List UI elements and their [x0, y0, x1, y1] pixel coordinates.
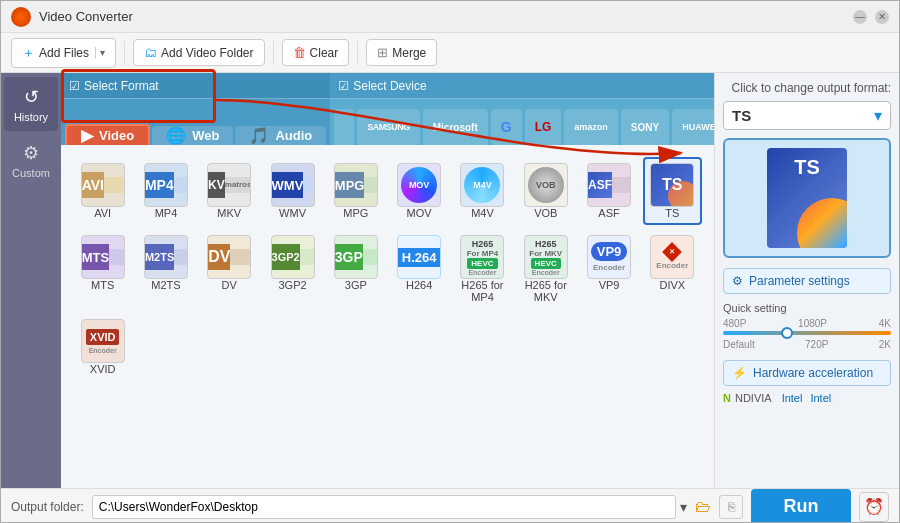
format-header-text: Select Format [84, 79, 159, 93]
format-item-h265mkv[interactable]: H265 For MKV HEVC Encoder H265 for MKV [516, 229, 575, 309]
format-item-m4v[interactable]: M4V M4V [453, 157, 512, 225]
merge-label: Merge [392, 46, 426, 60]
app-title: Video Converter [39, 9, 853, 24]
format-item-divx[interactable]: ✕ Encoder DIVX [643, 229, 702, 309]
add-folder-button[interactable]: 🗂 Add Video Folder [133, 39, 265, 66]
trash-icon: 🗑 [293, 45, 306, 60]
parameter-settings-button[interactable]: ⚙ Parameter settings [723, 268, 891, 294]
tab-video[interactable]: ▶ Video [65, 124, 150, 145]
format-item-vp9[interactable]: VP9 Encoder VP9 [579, 229, 638, 309]
nvidia-badge: N NDIVIA Intel Intel [723, 392, 891, 404]
asf-icon: ASF [587, 163, 631, 207]
folder-icon: 🗂 [144, 45, 157, 60]
audio-tab-label: Audio [275, 128, 312, 143]
ts-preview-card: TS [767, 148, 847, 248]
nvidia-label: NDIVIA [735, 392, 772, 404]
mts-icon: MTS [81, 235, 125, 279]
add-files-button[interactable]: ＋ Add Files ▾ [11, 38, 116, 68]
avi-icon: AVI [81, 163, 125, 207]
clear-label: Clear [310, 46, 339, 60]
h265mkv-icon: H265 For MKV HEVC Encoder [524, 235, 568, 279]
add-folder-label: Add Video Folder [161, 46, 254, 60]
check-icon: ☑ [69, 79, 80, 93]
h264-icon: H.264 [397, 235, 441, 279]
divx-label: DIVX [659, 279, 685, 291]
video-play-icon: ▶ [81, 126, 93, 145]
tab-web[interactable]: 🌐 Web [152, 126, 233, 145]
device-tab-amazon[interactable]: amazon [564, 109, 618, 145]
sidebar-item-custom[interactable]: ⚙ Custom [4, 133, 58, 187]
custom-label: Custom [12, 167, 50, 179]
divx-icon: ✕ Encoder [650, 235, 694, 279]
format-item-mts[interactable]: MTS MTS [73, 229, 132, 309]
google-brand-icon: G [501, 119, 512, 135]
format-item-asf[interactable]: ASF ASF [579, 157, 638, 225]
device-tab-buttons: SAMSUNG Microsoft G LG amazon SONY HUAWE… [330, 99, 714, 145]
format-item-m2ts[interactable]: M2TS M2TS [136, 229, 195, 309]
format-item-dv[interactable]: DV DV [200, 229, 259, 309]
mts-label: MTS [91, 279, 114, 291]
toolbar-divider-2 [273, 41, 274, 65]
clear-button[interactable]: 🗑 Clear [282, 39, 350, 66]
device-tab-lg[interactable]: LG [525, 109, 562, 145]
intel-label-1: Intel [782, 392, 803, 404]
add-files-dropdown-icon[interactable]: ▾ [95, 47, 105, 58]
output-path-container: ▾ 🗁 ⎘ [92, 495, 743, 519]
tab-audio[interactable]: 🎵 Audio [235, 126, 326, 145]
format-item-wmv[interactable]: WMV WMV [263, 157, 322, 225]
sidebar-item-history[interactable]: ↺ History [4, 77, 58, 131]
sidebar: ↺ History ⚙ Custom [1, 73, 61, 488]
title-bar-controls: — ✕ [853, 10, 889, 24]
right-panel: Click to change output format: TS ▾ TS ⚙… [714, 73, 899, 488]
device-tab-huawei[interactable]: HUAWEI [672, 109, 714, 145]
h265mkv-label: H265 for MKV [520, 279, 571, 303]
browse-folder-button[interactable]: 🗁 [691, 495, 715, 519]
format-item-avi[interactable]: AVI AVI [73, 157, 132, 225]
top-tabs: ☑ Select Format ▶ Video 🌐 Web [61, 73, 714, 145]
copy-path-button[interactable]: ⎘ [719, 495, 743, 519]
format-grid: AVI AVI MP4 MP4 MKV [67, 151, 708, 387]
run-button[interactable]: Run [751, 489, 851, 524]
format-item-h264[interactable]: H.264 H264 [389, 229, 448, 309]
device-tab-samsung[interactable]: SAMSUNG [357, 109, 420, 145]
format-item-3gp2[interactable]: 3GP2 3GP2 [263, 229, 322, 309]
hardware-acceleration-button[interactable]: ⚡ Hardware acceleration [723, 360, 891, 386]
merge-button[interactable]: ⊞ Merge [366, 39, 437, 66]
device-tab-google[interactable]: G [491, 109, 522, 145]
format-item-mkv[interactable]: MKV matroska MKV [200, 157, 259, 225]
quality-label-4k: 4K [879, 318, 891, 329]
format-item-xvid[interactable]: XVID Encoder XVID [73, 313, 132, 381]
main-content: ↺ History ⚙ Custom ☑ Select Format [1, 73, 899, 488]
merge-icon: ⊞ [377, 45, 388, 60]
device-tab-apple[interactable] [334, 109, 354, 145]
quality-label-720p: 720P [805, 339, 828, 350]
device-tab-microsoft[interactable]: Microsoft [423, 109, 488, 145]
path-dropdown-arrow[interactable]: ▾ [680, 499, 687, 515]
quality-slider-thumb[interactable] [781, 327, 793, 339]
format-item-h265mp4[interactable]: H265 For MP4 HEVC Encoder H265 for MP4 [453, 229, 512, 309]
format-item-vob[interactable]: VOB VOB [516, 157, 575, 225]
output-format-selector[interactable]: TS ▾ [723, 101, 891, 130]
device-tab-sony[interactable]: SONY [621, 109, 669, 145]
device-header-text: Select Device [353, 79, 426, 93]
alarm-button[interactable]: ⏰ [859, 492, 889, 522]
m2ts-label: M2TS [151, 279, 180, 291]
3gp2-icon: 3GP2 [271, 235, 315, 279]
minimize-button[interactable]: — [853, 10, 867, 24]
ts-label: TS [665, 207, 679, 219]
hw-accel-icon: ⚡ [732, 366, 747, 380]
h264-label: H264 [406, 279, 432, 291]
mpg-icon: MPG [334, 163, 378, 207]
param-settings-label: Parameter settings [749, 274, 850, 288]
history-icon: ↺ [24, 86, 39, 108]
format-dropdown-arrow: ▾ [874, 106, 882, 125]
output-path-input[interactable] [92, 495, 676, 519]
format-item-3gp[interactable]: 3GP 3GP [326, 229, 385, 309]
format-item-mov[interactable]: MOV MOV [389, 157, 448, 225]
mov-label: MOV [407, 207, 432, 219]
close-button[interactable]: ✕ [875, 10, 889, 24]
format-item-mpg[interactable]: MPG MPG [326, 157, 385, 225]
format-item-mp4[interactable]: MP4 MP4 [136, 157, 195, 225]
format-item-ts[interactable]: TS TS [643, 157, 702, 225]
add-files-label: Add Files [39, 46, 89, 60]
